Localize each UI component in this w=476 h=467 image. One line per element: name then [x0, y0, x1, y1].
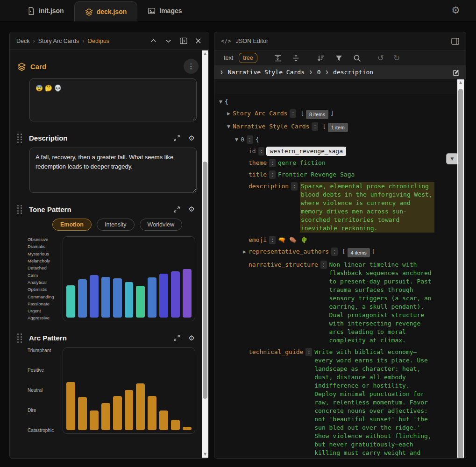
json-value[interactable]: Sparse, elemental prose chronicling bloo… — [300, 182, 434, 233]
json-tree-row[interactable]: emoji:🔫 ⚰️ 🌵 — [217, 236, 434, 244]
gear-icon[interactable]: ⚙ — [189, 334, 195, 342]
card-section-header: Card ⋮ — [17, 57, 199, 78]
json-value[interactable]: Frontier Revenge Saga — [278, 170, 434, 179]
tabbar-spacer — [0, 0, 17, 21]
card-emoji-textarea[interactable]: 😨 🤔 💀 — [29, 78, 197, 121]
json-key[interactable]: representative_authors — [249, 248, 329, 256]
expand-icon[interactable] — [173, 334, 180, 341]
json-editor-header: </> JSON Editor — [214, 32, 466, 50]
json-bracket: { — [225, 98, 228, 106]
top-tab-bar: init.json deck.json Images ⚙ — [0, 0, 476, 22]
chart-bar — [101, 403, 110, 430]
close-icon[interactable] — [195, 37, 202, 45]
chart-bar — [66, 382, 75, 430]
json-tree-row[interactable]: ▶representative_authors:[4 items] — [217, 248, 434, 257]
undo-icon[interactable]: ↺ — [377, 53, 384, 63]
chart-bar — [183, 427, 192, 430]
tree-toggle-icon[interactable]: ▶ — [225, 109, 233, 118]
scrollbar-thumb[interactable] — [458, 89, 463, 459]
chart-bar — [183, 269, 192, 318]
gear-icon[interactable]: ⚙ — [189, 134, 195, 142]
expand-icon[interactable] — [173, 206, 180, 213]
json-tree-row[interactable]: ▶Story Arc Cards:[8 items] — [217, 109, 434, 119]
tone-pattern-chart: ObsessiveDramaticMysteriousMelancholyDet… — [17, 236, 199, 321]
left-panel-scrollbar[interactable]: ▲ ▼ — [202, 50, 208, 458]
json-value[interactable]: genre_fiction — [278, 159, 434, 167]
y-axis-label: Catastrophic — [28, 428, 60, 433]
scroll-down-arrow-icon[interactable]: ▼ — [202, 451, 208, 458]
json-value[interactable]: 🔫 ⚰️ 🌵 — [278, 236, 434, 244]
json-tree-row[interactable]: ▼{ — [217, 98, 434, 106]
json-tree-row[interactable]: id:western_revenge_saga — [217, 147, 434, 156]
drag-handle-icon[interactable] — [17, 333, 23, 343]
json-value[interactable]: Non-linear timeline with flashback seque… — [329, 261, 434, 345]
scroll-up-arrow-icon[interactable]: ▲ — [202, 50, 208, 57]
json-tree-row[interactable]: ▼Narrative Style Cards:[1 item — [217, 122, 434, 132]
scroll-up-arrow-icon[interactable]: ▲ — [457, 79, 464, 86]
json-key[interactable]: Narrative Style Cards — [233, 122, 309, 131]
json-key[interactable]: Story Arc Cards — [233, 109, 287, 118]
sort-icon[interactable] — [316, 54, 325, 63]
json-value[interactable]: Write with biblical economy—every word e… — [314, 348, 434, 458]
tree-toggle-icon[interactable]: ▼ — [217, 98, 225, 106]
collapse-panel-icon[interactable] — [180, 37, 187, 45]
tab-intensity[interactable]: Intensity — [97, 219, 135, 231]
redo-icon[interactable]: ↻ — [393, 53, 400, 63]
json-key[interactable]: technical_guide — [249, 348, 303, 356]
gear-icon[interactable]: ⚙ — [451, 5, 460, 16]
expand-icon[interactable] — [173, 134, 180, 142]
key-value-separator: : — [331, 248, 338, 256]
json-key[interactable]: emoji — [249, 236, 267, 244]
chevron-down-icon[interactable] — [165, 37, 172, 45]
scrollbar-thumb[interactable] — [203, 162, 207, 399]
breadcrumb[interactable]: Deck › Story Arc Cards › Oedipus — [16, 38, 109, 44]
json-tree-row[interactable]: ▼0:{ — [217, 135, 434, 144]
chart-bar — [113, 396, 122, 430]
json-editor-scrollbar[interactable]: ▲ ▼ — [457, 79, 464, 458]
tree-toggle-icon[interactable]: ▼ — [233, 135, 241, 144]
gear-icon[interactable]: ⚙ — [189, 205, 195, 213]
json-tree-row[interactable]: description:Sparse, elemental prose chro… — [217, 182, 434, 233]
expand-all-icon[interactable] — [273, 54, 282, 63]
json-tree-row[interactable]: theme:genre_fiction — [217, 159, 434, 167]
mode-tree-button[interactable]: tree — [239, 53, 257, 63]
tab-emotion[interactable]: Emotion — [52, 219, 92, 231]
drag-handle-icon[interactable] — [17, 205, 23, 214]
path-segment[interactable]: Narrative Style Cards — [228, 69, 305, 76]
json-key[interactable]: title — [249, 170, 267, 179]
tree-toggle-icon[interactable]: ▼ — [225, 122, 233, 131]
path-segment[interactable]: description — [333, 69, 373, 76]
card-section-title: Card — [30, 63, 46, 71]
description-textarea[interactable]: A fall, recovery, then a greater fall. W… — [29, 148, 197, 193]
breadcrumb-story-arc-cards[interactable]: Story Arc Cards — [38, 38, 79, 44]
path-segment[interactable]: 0 — [317, 69, 321, 76]
kebab-menu-button[interactable]: ⋮ — [184, 59, 199, 74]
json-key[interactable]: id — [249, 147, 256, 156]
chart-bar — [113, 278, 122, 318]
filter-icon[interactable] — [334, 54, 343, 63]
breadcrumb-deck[interactable]: Deck — [16, 38, 29, 44]
tab-deck-json[interactable]: deck.json — [74, 1, 138, 21]
drag-handle-icon[interactable] — [17, 134, 23, 143]
tab-worldview[interactable]: Worldview — [140, 219, 182, 231]
mode-text-button[interactable]: text — [220, 53, 233, 63]
tab-init-json[interactable]: init.json — [17, 0, 74, 21]
chart-bar — [78, 397, 87, 430]
search-icon[interactable] — [353, 54, 362, 63]
chevron-up-icon[interactable] — [150, 37, 157, 45]
json-tree-row[interactable]: title:Frontier Revenge Saga — [217, 170, 434, 179]
json-key[interactable]: description — [249, 182, 289, 191]
json-key[interactable]: 0 — [241, 135, 244, 144]
json-tree-row[interactable]: technical_guide:Write with biblical econ… — [217, 348, 434, 458]
y-axis-label: Aggressive — [28, 316, 60, 320]
json-key[interactable]: theme — [249, 159, 267, 167]
scroll-to-selection-button[interactable]: ▼ — [446, 153, 458, 164]
json-value[interactable]: western_revenge_saga — [267, 147, 346, 156]
edit-path-icon[interactable] — [453, 69, 460, 76]
open-panel-right-icon[interactable] — [451, 38, 459, 45]
json-key[interactable]: narrative_structure — [249, 261, 318, 269]
json-tree-row[interactable]: narrative_structure:Non-linear timeline … — [217, 261, 434, 345]
collapse-all-icon[interactable] — [291, 54, 300, 63]
tree-toggle-icon[interactable]: ▶ — [241, 248, 249, 256]
tab-images[interactable]: Images — [137, 0, 192, 21]
